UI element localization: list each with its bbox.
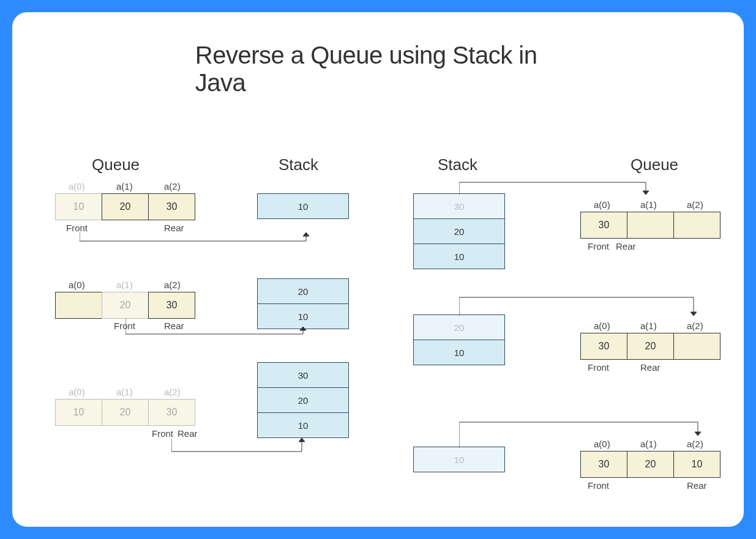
qcell: 20 <box>627 333 674 360</box>
idx-a0-l2: a(0) <box>69 280 85 290</box>
qcell: 20 <box>102 292 149 319</box>
qcell: 30 <box>148 292 195 319</box>
scell: 10 <box>413 243 505 269</box>
label-queue-right: Queue <box>631 155 678 174</box>
lbl-front-l1: Front <box>66 223 88 233</box>
scell: 20 <box>257 387 349 413</box>
idx-a2-r1: a(2) <box>687 199 703 210</box>
queue-l1: 10 20 30 <box>55 193 195 220</box>
label-queue-left: Queue <box>92 155 140 174</box>
lbl-front-r2: Front <box>588 362 609 373</box>
lbl-rear-l3: Rear <box>178 428 198 439</box>
qcell: 30 <box>580 333 627 360</box>
stack-r2: 20 10 <box>413 314 505 365</box>
qcell <box>673 212 720 239</box>
label-stack-left: Stack <box>279 155 318 174</box>
label-stack-right: Stack <box>438 155 477 174</box>
lbl-rear-r3: Rear <box>687 480 707 491</box>
lbl-front-r1: Front <box>588 241 609 251</box>
scell: 10 <box>257 412 349 438</box>
qcell: 30 <box>148 193 195 220</box>
idx-a0-l3: a(0) <box>69 387 85 397</box>
lbl-rear-r2: Rear <box>640 362 661 373</box>
queue-l2: 20 30 <box>55 292 195 319</box>
idx-a1-l1: a(1) <box>116 181 133 191</box>
qcell: 10 <box>55 399 102 426</box>
queue-l3: 10 20 30 <box>55 399 195 426</box>
qcell: 10 <box>673 451 720 478</box>
idx-a0-r1: a(0) <box>594 199 610 210</box>
stack-r3: 10 <box>413 447 505 472</box>
scell: 10 <box>413 340 505 365</box>
lbl-rear-l1: Rear <box>164 223 184 233</box>
qcell: 30 <box>580 451 627 478</box>
qcell <box>673 333 720 360</box>
qcell <box>627 212 674 239</box>
idx-a0-l1: a(0) <box>69 181 85 191</box>
qcell: 10 <box>55 193 102 220</box>
arrow-l3 <box>171 438 306 463</box>
qcell: 20 <box>102 399 149 426</box>
arrow-l1 <box>80 232 312 257</box>
arrow-r3 <box>459 421 704 449</box>
arrow-r1 <box>459 181 655 201</box>
idx-a0-r2: a(0) <box>594 321 610 331</box>
qcell: 20 <box>627 451 674 478</box>
qcell: 20 <box>102 193 149 220</box>
idx-a1-r1: a(1) <box>640 199 657 210</box>
scell: 10 <box>413 447 505 472</box>
qcell: 30 <box>580 212 627 239</box>
qcell: 30 <box>148 399 195 426</box>
stack-r1: 30 20 10 <box>413 193 505 269</box>
scell: 20 <box>413 218 505 244</box>
arrow-l2 <box>125 318 309 343</box>
page-title: Reverse a Queue using Stack in Java <box>195 42 561 97</box>
arrow-r2 <box>459 296 704 322</box>
qcell <box>55 292 102 319</box>
stack-l3: 30 20 10 <box>257 362 349 437</box>
idx-a2-l2: a(2) <box>164 280 181 290</box>
scell: 20 <box>257 278 349 304</box>
stack-l1: 10 <box>257 193 349 218</box>
idx-a1-l3: a(1) <box>116 387 133 397</box>
queue-r3: 30 20 10 <box>580 451 720 478</box>
idx-a2-l3: a(2) <box>164 387 181 397</box>
scell: 30 <box>257 362 349 388</box>
diagram-canvas: Reverse a Queue using Stack in Java Queu… <box>12 12 744 527</box>
idx-a1-r2: a(1) <box>640 321 657 331</box>
queue-r1: 30 <box>580 212 720 239</box>
scell: 10 <box>257 193 349 219</box>
lbl-front-r3: Front <box>588 480 609 491</box>
lbl-rear-r1: Rear <box>616 241 636 251</box>
idx-a1-l2: a(1) <box>116 280 133 290</box>
queue-r2: 30 20 <box>580 333 720 360</box>
idx-a2-r2: a(2) <box>687 321 703 331</box>
idx-a2-l1: a(2) <box>164 181 181 191</box>
lbl-front-l3: Front <box>152 428 173 439</box>
